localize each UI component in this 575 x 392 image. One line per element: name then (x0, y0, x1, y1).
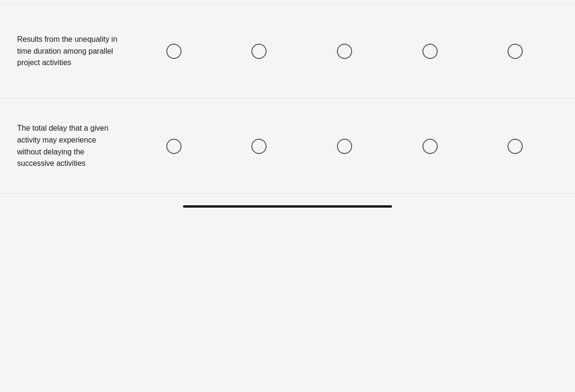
radio-option-2-5 (508, 139, 523, 154)
radio-button-2-3[interactable] (337, 139, 352, 154)
radio-option-1-2 (251, 44, 267, 59)
radio-options-1 (131, 44, 558, 59)
radio-button-2-4[interactable] (422, 139, 438, 154)
radio-option-2-4 (422, 139, 438, 154)
question-text-2: The total delay that a given activity ma… (17, 123, 131, 170)
radio-options-2 (131, 139, 558, 154)
radio-button-1-4[interactable] (422, 44, 438, 59)
question-row-2: The total delay that a given activity ma… (0, 99, 575, 194)
radio-option-2-2 (251, 139, 267, 154)
bottom-bar (0, 198, 575, 211)
question-text-1: Results from the unequality in time dura… (17, 34, 131, 69)
radio-button-1-1[interactable] (166, 44, 182, 59)
radio-option-2-3 (337, 139, 352, 154)
radio-option-1-3 (337, 44, 352, 59)
page-container: Results from the unequality in time dura… (0, 0, 575, 392)
radio-button-1-2[interactable] (251, 44, 267, 59)
radio-button-1-5[interactable] (508, 44, 523, 59)
radio-button-1-3[interactable] (337, 44, 352, 59)
scroll-indicator (183, 205, 392, 208)
radio-button-2-5[interactable] (508, 139, 523, 154)
radio-option-1-4 (422, 44, 438, 59)
radio-option-1-1 (166, 44, 182, 59)
radio-button-2-2[interactable] (251, 139, 267, 154)
question-row-1: Results from the unequality in time dura… (0, 4, 575, 99)
radio-option-1-5 (508, 44, 523, 59)
radio-button-2-1[interactable] (166, 139, 182, 154)
radio-option-2-1 (166, 139, 182, 154)
